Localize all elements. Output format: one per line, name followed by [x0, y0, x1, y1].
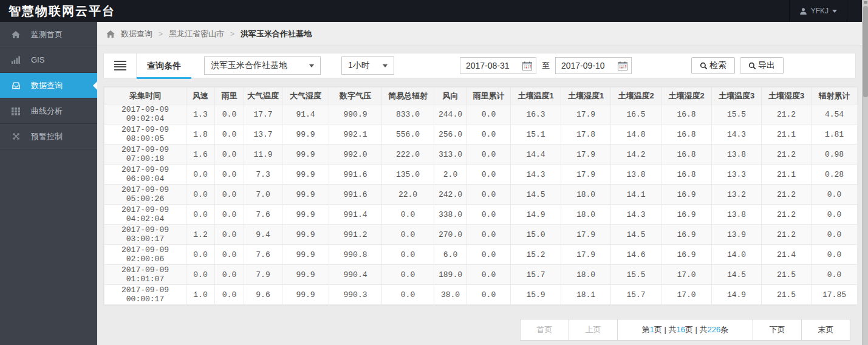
- cell-value: 0.0: [186, 245, 215, 265]
- breadcrumb-item-city[interactable]: 黑龙江省密山市: [169, 29, 224, 39]
- cell-value: 18.0: [561, 205, 611, 225]
- cell-value: 222.0: [382, 145, 434, 165]
- interval-select[interactable]: 1小时: [341, 56, 394, 75]
- export-button-label: 导出: [758, 60, 775, 71]
- export-button[interactable]: 导出: [740, 57, 784, 74]
- cell-value: 556.0: [382, 125, 434, 145]
- cell-value: 0.0: [186, 165, 215, 185]
- menu-toggle-icon[interactable]: [114, 61, 126, 70]
- column-header: 土壤温度3: [712, 87, 762, 104]
- scroll-up-arrow-icon[interactable]: [864, 1, 867, 4]
- cell-value: 22.0: [382, 185, 434, 205]
- cell-value: 99.9: [282, 185, 329, 205]
- cell-value: 13.8: [712, 145, 762, 165]
- cell-value: 16.8: [661, 125, 712, 145]
- cell-value: 991.6: [329, 185, 382, 205]
- date-to-input[interactable]: 2017-09-10: [555, 57, 632, 74]
- cell-value: 21.1: [762, 165, 812, 185]
- cell-value: 99.9: [282, 285, 329, 305]
- cell-value: 0.0: [215, 104, 244, 125]
- pagination: 首页 上页 第1页 | 共16页 | 共226条 下页 末页: [97, 319, 850, 341]
- tab-query-conditions[interactable]: 查询条件: [137, 53, 191, 78]
- last-page-button[interactable]: 末页: [801, 319, 850, 341]
- vertical-scrollbar[interactable]: [862, 0, 868, 345]
- cell-value: 14.5: [712, 265, 762, 285]
- sidebar-item-alert-control[interactable]: 预警控制: [0, 124, 97, 149]
- cell-value: 0.0: [382, 245, 434, 265]
- active-tab-underline: [137, 77, 191, 79]
- chevron-down-icon: [309, 64, 314, 67]
- cell-collect-time: 2017-09-09 06:00:04: [104, 165, 186, 185]
- column-header: 数字气压: [329, 87, 382, 104]
- calendar-icon[interactable]: [522, 61, 532, 70]
- cell-value: 17.7: [244, 104, 282, 125]
- table-row: 2017-09-09 00:00:171.00.09.699.9990.30.0…: [104, 285, 858, 305]
- date-from-input[interactable]: 2017-08-31: [460, 57, 536, 74]
- cell-collect-time: 2017-09-09 05:00:26: [104, 185, 186, 205]
- breadcrumb-item-data-query[interactable]: 数据查询: [121, 29, 152, 39]
- cell-value: 15.5: [712, 104, 762, 125]
- cell-value: 21.5: [762, 265, 812, 285]
- cell-value: 21.2: [762, 185, 812, 205]
- table-row: 2017-09-09 05:00:260.00.07.099.9991.622.…: [104, 185, 858, 205]
- cell-value: 0.0: [467, 205, 511, 225]
- cell-value: 18.0: [561, 265, 611, 285]
- sidebar-item-curve-analysis[interactable]: 曲线分析: [0, 98, 97, 124]
- cell-value: 16.8: [661, 145, 712, 165]
- cell-value: 991.2: [329, 225, 382, 245]
- cell-value: 99.9: [282, 125, 329, 145]
- scrollbar-thumb[interactable]: [863, 6, 868, 97]
- cell-value: 14.5: [511, 185, 561, 205]
- cell-value: 0.0: [382, 225, 434, 245]
- cell-value: 17.9: [561, 245, 611, 265]
- cell-value: 0.0: [215, 225, 244, 245]
- station-select-value: 洪军玉米合作社基地: [211, 60, 287, 71]
- cell-value: 189.0: [434, 265, 467, 285]
- cell-value: 13.3: [712, 165, 762, 185]
- first-page-button[interactable]: 首页: [520, 319, 569, 341]
- cell-collect-time: 2017-09-09 04:02:04: [104, 205, 186, 225]
- cell-value: 18.1: [561, 285, 611, 305]
- sidebar-item-gis[interactable]: GIS: [0, 47, 97, 73]
- cell-value: 0.0: [467, 185, 511, 205]
- page-info-text: 页 | 共: [685, 325, 708, 334]
- cell-value: 244.0: [434, 104, 467, 125]
- search-icon: [748, 62, 756, 70]
- prev-page-button[interactable]: 上页: [569, 319, 618, 341]
- total-records-number: 226: [708, 325, 721, 334]
- cell-value: 14.0: [712, 245, 762, 265]
- cell-value: 0.0: [467, 245, 511, 265]
- column-header: 土壤温度2: [611, 87, 661, 104]
- cell-value: 17.9: [561, 165, 611, 185]
- sidebar-item-label: GIS: [31, 55, 44, 64]
- sidebar-item-monitor-home[interactable]: 监测首页: [0, 22, 97, 47]
- column-header: 土壤湿度3: [762, 87, 812, 104]
- column-header: 简易总辐射: [382, 87, 434, 104]
- cell-value: 0.28: [812, 165, 858, 185]
- sidebar-item-data-query[interactable]: 数据查询: [0, 73, 97, 98]
- cell-value: 313.0: [434, 145, 467, 165]
- user-menu[interactable]: YFKJ: [789, 0, 847, 22]
- date-to-value: 2017-09-10: [561, 61, 605, 70]
- search-button[interactable]: 检索: [691, 57, 735, 74]
- column-header: 风向: [434, 87, 467, 104]
- next-page-button[interactable]: 下页: [753, 319, 802, 341]
- cell-collect-time: 2017-09-09 03:00:17: [104, 225, 186, 245]
- cell-value: 17.9: [561, 225, 611, 245]
- cell-value: 14.9: [511, 205, 561, 225]
- cell-value: 99.9: [282, 145, 329, 165]
- breadcrumb-item-station: 洪军玉米合作社基地: [241, 29, 312, 39]
- cell-value: 14.3: [712, 125, 762, 145]
- current-page-number: 1: [650, 325, 654, 334]
- cell-value: 21.2: [762, 104, 812, 125]
- page-info: 第1页 | 共16页 | 共226条: [617, 319, 753, 341]
- cell-value: 16.9: [661, 205, 712, 225]
- cell-value: 13.8: [712, 205, 762, 225]
- cell-value: 0.0: [186, 205, 215, 225]
- cell-value: 17.8: [561, 125, 611, 145]
- cell-value: 13.2: [712, 185, 762, 205]
- station-select[interactable]: 洪军玉米合作社基地: [204, 56, 321, 75]
- calendar-icon[interactable]: [618, 61, 627, 70]
- cell-value: 0.0: [186, 265, 215, 285]
- cell-value: 992.1: [329, 125, 382, 145]
